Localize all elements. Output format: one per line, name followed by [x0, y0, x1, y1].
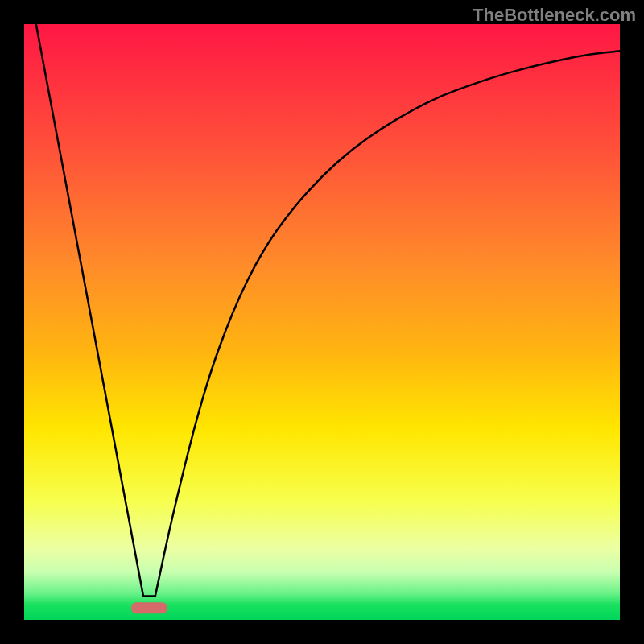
chart-marker	[131, 602, 167, 613]
chart-svg	[24, 24, 620, 620]
chart-plot-area	[24, 24, 620, 620]
chart-background	[24, 24, 620, 620]
watermark-text: TheBottleneck.com	[473, 5, 636, 26]
